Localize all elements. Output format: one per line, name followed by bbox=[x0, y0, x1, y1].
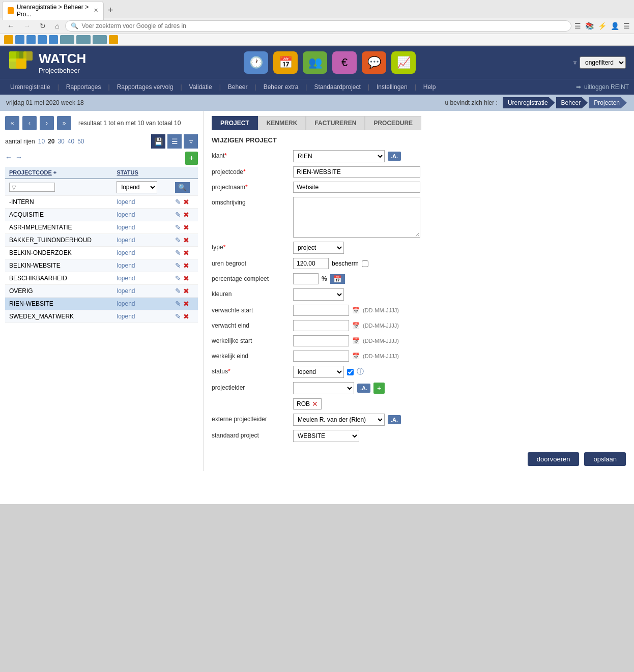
breadcrumb-beheer[interactable]: Beheer bbox=[556, 97, 588, 108]
werkelijk-eind-cal-icon[interactable]: 📅 bbox=[352, 353, 360, 360]
nav-rapportages-vervolg[interactable]: Rapportages vervolg bbox=[112, 79, 179, 95]
export-excel-button[interactable]: 💾 bbox=[151, 134, 165, 149]
verwacht-eind-input[interactable] bbox=[293, 320, 349, 331]
projectleider-aa-button[interactable]: .A. bbox=[357, 384, 370, 393]
nav-instellingen[interactable]: Instellingen bbox=[371, 79, 413, 95]
nav-validatie[interactable]: Validatie bbox=[184, 79, 217, 95]
arrow-left-button[interactable]: ← bbox=[5, 153, 12, 161]
werkelijke-start-input[interactable] bbox=[293, 335, 349, 346]
table-row[interactable]: RIEN-WEBSITE lopend ✎ ✖ bbox=[5, 298, 198, 310]
rob-delete-icon[interactable]: ✕ bbox=[312, 400, 318, 408]
icon-calendar[interactable]: 📅 bbox=[273, 51, 298, 74]
breadcrumb-projecten[interactable]: Projecten bbox=[589, 97, 627, 108]
sort-status[interactable]: STATUS bbox=[117, 169, 138, 176]
active-tab[interactable]: Urenregistratie > Beheer > Pro... ✕ bbox=[2, 1, 104, 20]
edit-icon[interactable]: ✎ bbox=[175, 274, 181, 282]
ext-projectleider-aa-button[interactable]: .A. bbox=[388, 415, 401, 424]
bookmark-2[interactable] bbox=[15, 35, 24, 44]
doorvoeren-button[interactable]: doorvoeren bbox=[528, 452, 580, 466]
filter-toggle-button[interactable]: ▿ bbox=[184, 134, 198, 149]
status-checkbox[interactable] bbox=[347, 369, 354, 375]
add-project-button[interactable]: + bbox=[185, 152, 198, 165]
first-page-button[interactable]: « bbox=[5, 116, 19, 130]
icon-euro[interactable]: € bbox=[332, 51, 357, 74]
bookmark-5[interactable] bbox=[49, 35, 58, 44]
col-status[interactable]: STATUS bbox=[112, 167, 170, 179]
filter-code-input[interactable] bbox=[9, 183, 55, 192]
bookmark-3[interactable] bbox=[26, 35, 36, 44]
status-select[interactable]: lopend bbox=[293, 366, 344, 378]
bookmark-6[interactable] bbox=[60, 35, 74, 44]
table-row[interactable]: SWEDEX_MAATWERK lopend ✎ ✖ bbox=[5, 310, 198, 323]
address-input[interactable] bbox=[81, 22, 566, 30]
delete-icon[interactable]: ✖ bbox=[183, 300, 189, 308]
table-row[interactable]: OVERIG lopend ✎ ✖ bbox=[5, 285, 198, 298]
bookmark-9[interactable] bbox=[109, 35, 118, 44]
profile-icon[interactable]: 👤 bbox=[611, 22, 619, 30]
filter-dropdown[interactable]: ongefilterd bbox=[580, 56, 626, 69]
extensions-icon[interactable]: ⚡ bbox=[598, 22, 607, 30]
edit-icon[interactable]: ✎ bbox=[175, 211, 181, 219]
tab-factureren[interactable]: FACTUREREN bbox=[306, 116, 365, 130]
edit-icon[interactable]: ✎ bbox=[175, 198, 181, 206]
columns-button[interactable]: ☰ bbox=[167, 134, 182, 149]
nav-standaardproject[interactable]: Standaardproject bbox=[309, 79, 365, 95]
table-row[interactable]: -INTERN lopend ✎ ✖ bbox=[5, 196, 198, 209]
bookmark-1[interactable] bbox=[4, 35, 13, 44]
table-row[interactable]: BAKKER_TUINONDERHOUD lopend ✎ ✖ bbox=[5, 234, 198, 247]
omschrijving-textarea[interactable] bbox=[293, 197, 420, 238]
filter-status-select[interactable]: lopend bbox=[117, 181, 157, 193]
percentage-calc-button[interactable]: 📅 bbox=[330, 274, 345, 284]
projectleider-select[interactable] bbox=[293, 382, 354, 394]
tab-project[interactable]: PROJECT bbox=[212, 116, 258, 130]
delete-icon[interactable]: ✖ bbox=[183, 312, 189, 320]
ext-projectleider-select[interactable]: Meulen R. van der (Rien) bbox=[293, 414, 385, 426]
werkelijke-start-cal-icon[interactable]: 📅 bbox=[352, 337, 360, 344]
back-button[interactable]: ← bbox=[4, 21, 17, 31]
projectcode-input[interactable] bbox=[293, 166, 420, 178]
rows-30[interactable]: 30 bbox=[57, 138, 64, 145]
delete-icon[interactable]: ✖ bbox=[183, 287, 189, 295]
bookmark-8[interactable] bbox=[93, 35, 107, 44]
tab-kenmerk[interactable]: KENMERK bbox=[258, 116, 306, 130]
delete-icon[interactable]: ✖ bbox=[183, 261, 189, 270]
nav-help[interactable]: Help bbox=[418, 79, 441, 95]
nav-beheer[interactable]: Beheer bbox=[223, 79, 253, 95]
sort-projectcode[interactable]: PROJECTCODE bbox=[9, 169, 52, 176]
settings-icon[interactable]: ☰ bbox=[623, 22, 630, 30]
tab-close-icon[interactable]: ✕ bbox=[94, 7, 98, 14]
klant-aa-button[interactable]: .A. bbox=[388, 152, 401, 161]
rows-10[interactable]: 10 bbox=[38, 138, 45, 145]
breadcrumb-urenregistratie[interactable]: Urenregistratie bbox=[503, 97, 555, 108]
percentage-input[interactable] bbox=[293, 273, 319, 284]
projectleider-add-button[interactable]: + bbox=[373, 383, 385, 394]
arrow-right-button[interactable]: → bbox=[15, 153, 22, 161]
edit-icon[interactable]: ✎ bbox=[175, 300, 181, 308]
logout-link[interactable]: uitloggen REINT bbox=[584, 83, 629, 91]
icon-chat[interactable]: 💬 bbox=[362, 51, 386, 74]
edit-icon[interactable]: ✎ bbox=[175, 249, 181, 257]
last-page-button[interactable]: » bbox=[57, 116, 71, 130]
table-row[interactable]: ASR-IMPLEMENTATIE lopend ✎ ✖ bbox=[5, 221, 198, 234]
verwacht-eind-cal-icon[interactable]: 📅 bbox=[352, 322, 360, 329]
icon-chart[interactable]: 📈 bbox=[391, 51, 416, 74]
rows-20[interactable]: 20 bbox=[48, 138, 54, 145]
search-button[interactable]: 🔍 bbox=[175, 182, 190, 193]
bookmark-4[interactable] bbox=[38, 35, 47, 44]
icon-people[interactable]: 👥 bbox=[303, 51, 327, 74]
status-info-button[interactable]: ⓘ bbox=[357, 367, 364, 376]
edit-icon[interactable]: ✎ bbox=[175, 261, 181, 270]
verwachte-start-cal-icon[interactable]: 📅 bbox=[352, 307, 360, 314]
type-select[interactable]: project bbox=[293, 242, 344, 254]
werkelijk-eind-input[interactable] bbox=[293, 350, 349, 362]
delete-icon[interactable]: ✖ bbox=[183, 198, 189, 206]
edit-icon[interactable]: ✎ bbox=[175, 312, 181, 320]
edit-icon[interactable]: ✎ bbox=[175, 223, 181, 231]
col-projectcode[interactable]: PROJECTCODE + bbox=[5, 167, 112, 179]
new-tab-button[interactable]: + bbox=[104, 4, 118, 17]
prev-page-button[interactable]: ‹ bbox=[22, 116, 37, 130]
tab-procedure[interactable]: PROCEDURE bbox=[365, 116, 421, 130]
rows-40[interactable]: 40 bbox=[68, 138, 74, 145]
edit-icon[interactable]: ✎ bbox=[175, 236, 181, 244]
klant-select[interactable]: RIEN bbox=[293, 150, 385, 162]
